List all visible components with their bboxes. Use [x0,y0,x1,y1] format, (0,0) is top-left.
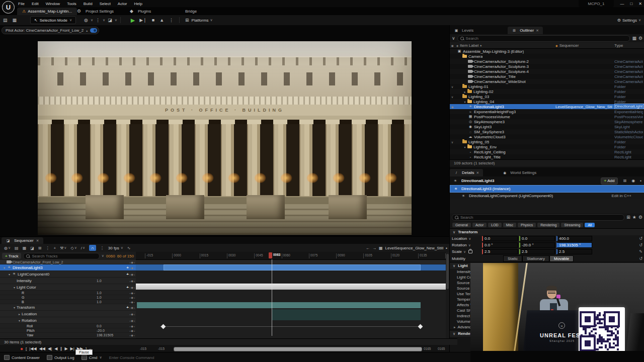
history-back-icon[interactable]: ← [366,246,370,250]
keyframe-diamond[interactable] [161,324,166,329]
reset-rotation-icon[interactable]: ↺ [639,243,642,247]
outliner-row-exponentialheightfog3[interactable]: ≈ExponentialHeightFog3ExponentialHeightF… [450,109,644,114]
rotation-z-field[interactable]: 198.31505 ° [556,242,592,248]
scale-x-field[interactable]: 2.5 [482,249,518,254]
scale-z-field[interactable]: 2.5 [556,249,592,254]
level-viewport[interactable]: POST · OFFICE · BUILDING Pilot Actor: Ci… [0,25,449,236]
play-button[interactable]: ▶ [131,17,135,24]
outliner-folder-icon[interactable]: ▦ [632,36,636,41]
sequencer-track-transform[interactable]: ▾Transform+‹◆› [0,304,136,311]
mobility-movable[interactable]: Movable [549,255,574,262]
row-gutter[interactable]: ∨ [450,85,455,88]
sequencer-track-rotation[interactable]: ▾Rotation‹◆› [0,317,136,324]
outliner-row-cinecameraactor-sculpture-2[interactable]: CineCameraActor_Sculpture-2CineCameraAct… [450,59,644,64]
track-value[interactable]: 1.0 [97,296,102,299]
snap-options-icon[interactable]: ⋮ [100,246,104,250]
menu-build[interactable]: Build [84,2,93,6]
playhead-line[interactable] [272,259,272,336]
save-icon[interactable]: ▤ [3,18,8,23]
playhead-marker[interactable] [269,252,272,258]
outliner-row-directionallight3[interactable]: ◉☀DirectionalLight3LevelSequence_Glow_Ne… [450,104,644,109]
timeline-ruler[interactable]: -015000000150030004500600075009001050120… [136,252,446,260]
details-display-icon[interactable]: ⊞ [626,215,630,220]
visibility-eye-icon[interactable]: ◉ [450,105,455,109]
sequencer-track-b[interactable]: B1.0‹◆› [0,300,136,304]
track-value[interactable]: 1.0 [97,291,102,295]
play-forward-button[interactable]: ▶ [64,346,67,351]
sequencer-track-pitch[interactable]: Pitch-20.0‹◆› [0,328,136,333]
location-z-field[interactable]: 400.0 [556,236,592,241]
expander-icon[interactable]: ▸ [462,90,467,94]
menu-select[interactable]: Select [100,2,111,6]
keyframe-nav-icons[interactable]: ‹◆› [129,296,135,299]
world-icon[interactable]: ◉ [631,178,635,183]
expander-icon[interactable]: ▾ [12,306,17,309]
filter-chip-physics[interactable]: Physics [518,223,536,227]
menu-tools[interactable]: Tools [67,2,76,6]
filter-chip-streaming[interactable]: Streaming [561,223,583,227]
outliner-row-volumetriccloud3[interactable]: ☁VolumetricCloud3VolumetricCloud [450,134,644,139]
outliner-row-lighting-02[interactable]: ▸Lighting-02Folder [450,89,644,94]
track-value[interactable]: 1.0 [97,300,102,304]
add-component-button[interactable]: +Add [601,177,618,185]
cmd-dropdown[interactable]: Cmd ∨ [82,355,102,360]
add-actor-icon[interactable]: ◍ [84,18,88,23]
expander-icon[interactable]: ▾ [7,273,12,276]
scale-lock-icon[interactable] [468,250,472,253]
outliner-settings-icon[interactable]: ⚙ [638,36,642,41]
expander-icon[interactable]: ▸ [17,312,22,316]
expander-icon[interactable]: ▾ [462,100,467,104]
outliner-row-rectlight-title[interactable]: ▫RectLight_TitleRectLight [450,154,644,159]
filter-chip-misc[interactable]: Misc [503,223,516,227]
outliner-row-cinecameraactor-title[interactable]: CineCameraActor_TitleCineCameraActor [450,74,644,79]
scale-label[interactable]: Scale [452,249,462,254]
sequencer-track-roll[interactable]: Roll0.0‹◆› [0,324,136,328]
curve-editor-icon[interactable]: ∿ [127,246,131,250]
menu-help[interactable]: Help [134,2,142,6]
transform-section-header[interactable]: ∨ Transform [450,228,644,235]
outliner-row-sm-skysphere3[interactable]: ◌SM_SkySphere3StaticMeshActor [450,129,644,134]
snap-toggle[interactable]: ∩ [89,245,96,251]
mobility-stationary[interactable]: Stationary [522,255,549,262]
add-actor-to-sequence-icon[interactable]: + [54,246,56,250]
lock-icon[interactable]: ▪ [640,178,641,183]
rotation-x-field[interactable]: 0.0 ° [482,242,518,248]
row-gutter[interactable]: ∨ [450,140,455,144]
sequencer-track-intensity[interactable]: Intensity1.0‹◆› [0,278,136,284]
selection-mode-dropdown[interactable]: ↖ Selection Mode ∨ [30,16,76,24]
outliner-row-lighting-env[interactable]: ▾Lighting_EnvFolder [450,144,644,149]
transform-tools-icon[interactable]: ⋮ [96,18,100,23]
keyframe-nav-icons[interactable]: ‹◆› [129,273,135,276]
add-track-button[interactable]: +Track [2,253,21,259]
step-back-button[interactable]: ◀| [48,346,52,351]
console-input[interactable]: Enter Console Command [109,355,154,360]
track-value[interactable]: -20.0 [97,329,105,332]
autokey-icon[interactable]: ⚒∨ [60,246,66,250]
location-label[interactable]: Location [452,236,467,241]
keyframe-nav-icons[interactable]: ‹◆› [129,300,135,304]
keyframe-nav-icons[interactable]: ‹◆› [129,324,135,328]
step-button[interactable]: ▶❘ [139,18,146,23]
menu-actor[interactable]: Actor [118,2,127,6]
sequencer-track-directionallight3[interactable]: ▾☀DirectionalLight3+‹◆› [0,264,136,271]
edit-mode-icon[interactable]: /∨ [81,246,85,250]
filter-chip-actor[interactable]: Actor [472,223,487,227]
range-scrollbar[interactable] [174,347,422,351]
outliner-row-cinecameraactor-sculpture-4[interactable]: CineCameraActor_Sculpture-4CineCameraAct… [450,69,644,74]
mobility-static[interactable]: Static [503,255,522,262]
keyframe-nav-icons[interactable]: ‹◆› [129,333,135,337]
sequencer-track-r[interactable]: R1.0‹◆› [0,291,136,295]
rotation-track-section[interactable] [272,309,421,320]
keyframe-nav-icons[interactable]: ‹◆› [129,291,135,295]
filter-chip-lod[interactable]: LOD [488,223,501,227]
outliner-row-camera[interactable]: Camera [450,54,644,59]
platforms-dropdown[interactable]: Platforms [192,18,209,23]
outliner-row-lighting-01[interactable]: ∨Lighting-01Folder [450,84,644,89]
expander-icon[interactable]: ▾ [462,145,467,149]
breadcrumb-folder-icon[interactable]: ▦ [379,246,383,250]
timeline-vertical-scrollbar[interactable] [446,252,449,338]
add-key-icon[interactable]: + [126,305,129,310]
pause-button[interactable]: ∥ [60,346,62,351]
outliner-row-lighting-03[interactable]: ∨Lighting_03Folder [450,94,644,99]
jump-to-start-button[interactable]: |◀◀ [29,346,36,351]
